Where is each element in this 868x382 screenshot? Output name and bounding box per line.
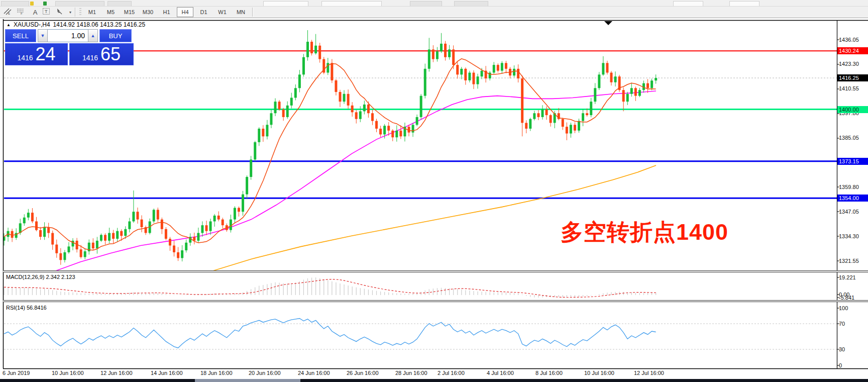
label-tool-icon[interactable]: T <box>42 8 54 17</box>
buy-price-big: 65 <box>100 44 121 65</box>
buy-price-small: 1416 <box>82 48 98 68</box>
candle-body <box>120 231 123 236</box>
candle-body <box>72 241 74 247</box>
timeframe-button-m1[interactable]: M1 <box>84 7 100 17</box>
sell-button[interactable]: SELL <box>5 29 36 42</box>
rsi-pane[interactable] <box>4 319 837 350</box>
one-click-trading-panel: SELL ▼ ▲ BUY 1416 24 1416 65 <box>5 29 135 65</box>
svg-text:F: F <box>21 12 23 15</box>
candle-body <box>310 42 313 53</box>
buy-price-box[interactable]: 1416 65 <box>69 43 134 65</box>
candle-body <box>67 246 70 252</box>
fibonacci-tool-icon[interactable]: F <box>16 8 28 17</box>
candle-body <box>424 69 426 96</box>
toolbar-input-fragment[interactable] <box>729 1 759 6</box>
candle-body <box>31 213 34 221</box>
candle-body <box>521 78 523 123</box>
chart-shift-marker-icon[interactable] <box>604 21 612 25</box>
candle-body <box>136 212 139 219</box>
candle-body <box>238 208 240 212</box>
candle-body <box>27 213 30 218</box>
candle-body <box>622 90 625 102</box>
scrollbar-thumb[interactable] <box>195 379 300 382</box>
macd-pane[interactable] <box>4 277 656 298</box>
timeframe-group: M1M5M15M30H1H4D1W1MN <box>83 7 250 17</box>
timeframe-button-h4[interactable]: H4 <box>177 7 193 17</box>
candle-body <box>141 220 143 227</box>
timeframe-button-m30[interactable]: M30 <box>140 7 156 17</box>
candle-body <box>602 63 604 74</box>
top-toolbar-strip <box>0 0 868 7</box>
candle-body <box>339 92 341 102</box>
candle-body <box>452 49 455 65</box>
timeframe-button-m15[interactable]: M15 <box>121 7 138 17</box>
volume-decrease-button[interactable]: ▼ <box>38 29 48 42</box>
candle-body <box>84 251 86 257</box>
toolbar-drag-handle[interactable] <box>79 8 81 16</box>
volume-increase-button[interactable]: ▲ <box>88 29 98 42</box>
candle-body <box>262 129 264 136</box>
sell-price-box[interactable]: 1416 24 <box>5 43 68 65</box>
toolbar-fragment <box>1 1 29 6</box>
expand-icon[interactable]: ▲ <box>7 23 11 27</box>
candle-body <box>51 233 54 244</box>
candle-body <box>173 245 175 252</box>
candle-body <box>387 126 390 131</box>
mt4-terminal: E F A T ▾ M1M5M15M30H1H4 <box>0 0 868 382</box>
candle-body <box>266 125 268 136</box>
symbol-timeframe: XAUUSD-,H4 <box>14 21 50 28</box>
candle-body <box>464 69 467 80</box>
timeframe-button-mn[interactable]: MN <box>233 7 249 17</box>
candle-body <box>47 227 50 233</box>
candle-body <box>630 88 633 94</box>
timeframe-button-h1[interactable]: H1 <box>158 7 175 17</box>
volume-input[interactable] <box>48 29 88 42</box>
candle-body <box>367 105 370 113</box>
channel-tool-icon[interactable]: E <box>3 8 15 17</box>
candle-body <box>294 88 297 98</box>
candle-body <box>108 233 111 240</box>
ohlc-values: 1414.92 1418.06 1413.25 1416.25 <box>53 21 146 28</box>
autotrading-icon[interactable] <box>43 2 47 6</box>
candle-body <box>395 131 398 137</box>
text-tool-icon[interactable]: A <box>29 8 41 17</box>
arrows-dropdown-icon[interactable]: ▾ <box>68 10 73 15</box>
candle-body <box>501 63 503 70</box>
buy-button[interactable]: BUY <box>99 29 132 42</box>
candle-body <box>638 90 641 96</box>
candle-body <box>505 63 507 69</box>
candle-body <box>209 221 212 231</box>
new-order-icon[interactable] <box>30 2 34 6</box>
candle-body <box>250 159 252 177</box>
candle-body <box>371 113 374 121</box>
candle-body <box>578 121 580 131</box>
candle-body <box>185 243 187 250</box>
candle-body <box>650 80 653 88</box>
toolbar-fragment <box>55 1 104 6</box>
candle-body <box>375 121 378 129</box>
arrows-tool-icon[interactable] <box>55 8 67 17</box>
chart-title: ▲ XAUUSD-,H4 1414.92 1418.06 1413.25 141… <box>7 21 145 28</box>
candle-body <box>23 218 26 224</box>
candle-body <box>606 63 608 72</box>
candle-body <box>493 65 495 72</box>
toolbar-input-fragment[interactable] <box>263 1 308 6</box>
timeframe-button-d1[interactable]: D1 <box>195 7 212 17</box>
candle-body <box>306 42 309 57</box>
candle-body <box>634 88 637 96</box>
candle-body <box>546 110 548 116</box>
candle-body <box>177 252 179 258</box>
toolbar-fragment <box>410 1 442 6</box>
candle-body <box>124 229 127 236</box>
candle-body <box>282 110 285 117</box>
candle-body <box>157 210 159 219</box>
toolbar-input-fragment[interactable] <box>321 1 382 6</box>
candle-body <box>314 46 317 53</box>
candle-body <box>35 221 38 230</box>
candle-body <box>416 117 418 125</box>
candle-body <box>116 231 119 239</box>
timeframe-button-w1[interactable]: W1 <box>214 7 231 17</box>
candle-body <box>327 63 329 72</box>
toolbar-input-fragment[interactable] <box>673 1 703 6</box>
timeframe-button-m5[interactable]: M5 <box>102 7 119 17</box>
